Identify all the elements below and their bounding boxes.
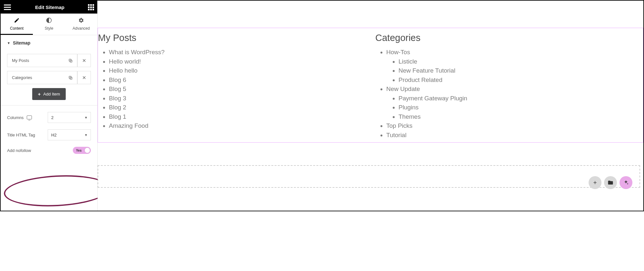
sitemap-column-categories: Categories How-Tos Listicle New Feature … (366, 33, 643, 140)
columns-label: Columns (7, 115, 24, 120)
list-item[interactable]: Blog 6 (109, 75, 366, 85)
posts-list: What is WordPress? Hello world! Hello he… (98, 48, 366, 131)
list-item[interactable]: Plugins (399, 103, 643, 112)
list-item[interactable]: Amazing Food (109, 121, 366, 131)
add-section-zone[interactable] (98, 165, 640, 188)
list-item[interactable]: Payment Gateway Plugin (399, 94, 643, 103)
tab-content[interactable]: Content (1, 14, 33, 35)
title-tag-control: Title HTML Tag H2 ▼ (1, 127, 97, 145)
tab-style[interactable]: Style (33, 14, 65, 35)
sidebar-tabs: Content Style Advanced (1, 14, 97, 35)
toggle-knob (84, 147, 90, 153)
posts-heading: My Posts (98, 33, 366, 43)
section-sitemap-header[interactable]: ▼ Sitemap (1, 35, 97, 51)
add-item-label: Add Item (43, 92, 60, 96)
sitemap-item[interactable]: My Posts (7, 54, 64, 67)
plus-icon: + (38, 91, 41, 97)
nofollow-control: Add nofollow Yes (1, 145, 97, 156)
tab-content-label: Content (10, 26, 24, 31)
list-item[interactable]: New Feature Tutorial (399, 66, 643, 75)
duplicate-button[interactable] (64, 71, 77, 84)
title-tag-select[interactable]: H2 (48, 129, 91, 140)
section-title: Sitemap (13, 40, 30, 45)
tab-advanced[interactable]: Advanced (65, 14, 97, 35)
list-item[interactable]: Blog 3 (109, 94, 366, 103)
contrast-icon (33, 17, 65, 24)
caret-down-icon: ▼ (7, 41, 10, 45)
categories-list: How-Tos Listicle New Feature Tutorial Pr… (375, 48, 643, 140)
list-item[interactable]: Blog 1 (109, 112, 366, 122)
list-item[interactable]: What is WordPress? (109, 48, 366, 57)
sidebar-title: Edit Sitemap (12, 5, 88, 10)
hamburger-icon[interactable] (4, 3, 12, 11)
toggle-value-label: Yes (76, 149, 82, 152)
sitemap-items: My Posts ✕ Categories ✕ + Add Item (1, 51, 97, 105)
duplicate-button[interactable] (64, 54, 77, 67)
list-item[interactable]: New Update Payment Gateway Plugin Plugin… (386, 85, 643, 121)
sidebar-header: Edit Sitemap (1, 1, 97, 14)
sitemap-item[interactable]: Categories (7, 71, 64, 84)
list-item[interactable]: Listicle (399, 57, 643, 66)
list-item[interactable]: Top Picks (386, 121, 643, 131)
folder-button[interactable] (604, 176, 617, 189)
tab-style-label: Style (45, 26, 53, 31)
floating-actions (589, 176, 632, 189)
nofollow-label: Add nofollow (7, 148, 31, 153)
columns-select[interactable]: 2 (48, 112, 91, 123)
sitemap-item-row: My Posts ✕ (7, 54, 91, 67)
add-item-button[interactable]: + Add Item (32, 88, 66, 100)
categories-heading: Categories (375, 33, 643, 43)
ai-button[interactable] (620, 176, 632, 189)
list-item[interactable]: Hello hello (109, 66, 366, 75)
pencil-icon (1, 17, 33, 24)
list-item[interactable]: Hello world! (109, 57, 366, 66)
gear-icon (65, 17, 97, 24)
list-item[interactable]: Blog 5 (109, 85, 366, 94)
list-item[interactable]: Tutorial (386, 131, 643, 140)
editor-sidebar: Edit Sitemap Content Style Advanced (1, 1, 98, 211)
title-tag-label: Title HTML Tag (7, 133, 35, 137)
sitemap-item-row: Categories ✕ (7, 71, 91, 84)
list-item[interactable]: Blog 2 (109, 103, 366, 112)
preview-canvas: My Posts What is WordPress? Hello world!… (98, 1, 643, 211)
desktop-icon[interactable] (27, 115, 32, 119)
remove-button[interactable]: ✕ (77, 54, 91, 67)
list-item[interactable]: Product Related (399, 75, 643, 85)
nofollow-toggle[interactable]: Yes (73, 147, 91, 154)
divider (1, 105, 97, 105)
remove-button[interactable]: ✕ (77, 71, 91, 84)
list-item[interactable]: How-Tos Listicle New Feature Tutorial Pr… (386, 48, 643, 85)
sitemap-column-posts: My Posts What is WordPress? Hello world!… (98, 33, 366, 140)
add-section-button[interactable] (589, 176, 601, 189)
columns-control: Columns 2 ▼ (1, 110, 97, 127)
tab-advanced-label: Advanced (72, 26, 90, 31)
apps-grid-icon[interactable] (88, 4, 94, 10)
widget-selection[interactable]: My Posts What is WordPress? Hello world!… (98, 28, 643, 143)
list-item[interactable]: Themes (399, 112, 643, 122)
